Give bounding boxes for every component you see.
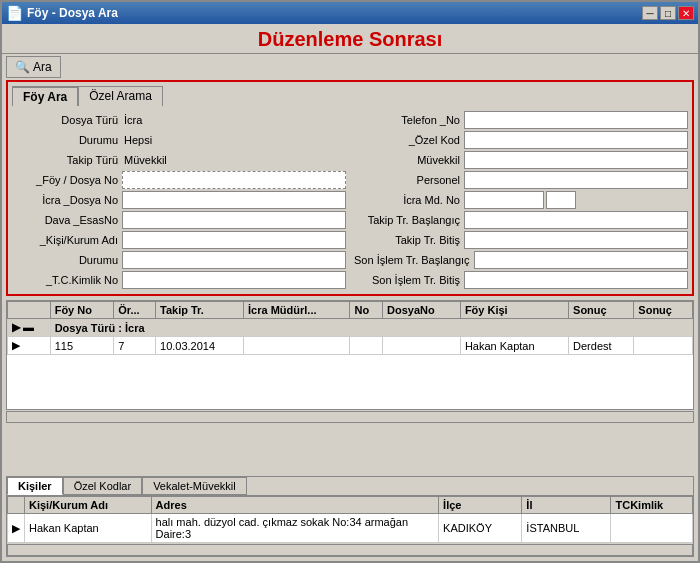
dava-esas-label: Dava _EsasNo bbox=[12, 214, 122, 226]
table-row[interactable]: ▶ 115 7 10.03.2014 Hakan Kaptan Derdest bbox=[8, 337, 693, 355]
takip-baslangic-input[interactable] bbox=[464, 211, 688, 229]
col-sonuc2[interactable]: Sonuç bbox=[634, 302, 693, 319]
tab-kisiler[interactable]: Kişiler bbox=[7, 477, 63, 495]
tc-kimlik-input[interactable] bbox=[122, 271, 346, 289]
row-expander[interactable]: ▶ ▬ bbox=[8, 319, 51, 337]
title-bar: 📄 Föy - Dosya Ara ─ □ ✕ bbox=[2, 2, 698, 24]
ozel-kod-row: _Özel Kod bbox=[354, 130, 688, 150]
col-dosya[interactable]: DosyaNo bbox=[383, 302, 461, 319]
col-sonuc1[interactable]: Sonuç bbox=[569, 302, 634, 319]
main-window: 📄 Föy - Dosya Ara ─ □ ✕ Düzenleme Sonras… bbox=[0, 0, 700, 563]
col-takip[interactable]: Takip Tr. bbox=[156, 302, 244, 319]
col-person-ilce[interactable]: İlçe bbox=[439, 497, 522, 514]
col-foy-no[interactable]: Föy No bbox=[50, 302, 114, 319]
col-kisi[interactable]: Föy Kişi bbox=[460, 302, 568, 319]
bottom-table-container[interactable]: Kişi/Kurum Adı Adres İlçe İl TCKimlik ▶ … bbox=[7, 495, 693, 543]
results-table-container[interactable]: Föy No Ör... Takip Tr. İcra Müdürl... No… bbox=[6, 300, 694, 410]
tab-vekalet-muvekkil[interactable]: Vekalet-Müvekkil bbox=[142, 477, 247, 495]
form-left: Dosya Türü İcra Durumu Hepsi Takip Türü … bbox=[12, 110, 346, 290]
dosya-turu-label: Dosya Türü bbox=[12, 114, 122, 126]
telefon-label: Telefon _No bbox=[354, 114, 464, 126]
col-person-il[interactable]: İl bbox=[522, 497, 611, 514]
form-grid: Dosya Türü İcra Durumu Hepsi Takip Türü … bbox=[12, 110, 688, 290]
bottom-panel: Kişiler Özel Kodlar Vekalet-Müvekkil Kiş… bbox=[6, 476, 694, 557]
header-banner: Düzenleme Sonrası bbox=[2, 24, 698, 53]
icra-md-row: İcra Md. No bbox=[354, 190, 688, 210]
list-item[interactable]: ▶ Hakan Kaptan halı mah. düzyol cad. çık… bbox=[8, 514, 693, 543]
icra-md-no-input[interactable] bbox=[546, 191, 576, 209]
person-il: İSTANBUL bbox=[522, 514, 611, 543]
form-right: Telefon _No _Özel Kod Müvekkil bbox=[354, 110, 688, 290]
kisi-kurum-label: _Kişi/Kurum Adı bbox=[12, 234, 122, 246]
col-person-tc[interactable]: TCKimlik bbox=[611, 497, 693, 514]
close-button[interactable]: ✕ bbox=[678, 6, 694, 20]
son-islem-bitis-input[interactable] bbox=[464, 271, 688, 289]
dosya-turu-row: Dosya Türü İcra bbox=[12, 110, 346, 130]
personel-input[interactable] bbox=[464, 171, 688, 189]
son-islem-baslangic-row: Son İşlem Tr. Başlangıç bbox=[354, 250, 688, 270]
takip-bitis-label: Takip Tr. Bitiş bbox=[354, 234, 464, 246]
muvekkil-input[interactable] bbox=[464, 151, 688, 169]
son-islem-baslangic-label: Son İşlem Tr. Başlangıç bbox=[354, 254, 474, 266]
dava-esas-row: Dava _EsasNo bbox=[12, 210, 346, 230]
toolbar: 🔍 Ara bbox=[2, 53, 698, 80]
takip-baslangic-row: Takip Tr. Başlangıç bbox=[354, 210, 688, 230]
telefon-row: Telefon _No bbox=[354, 110, 688, 130]
ozel-kod-input[interactable] bbox=[464, 131, 688, 149]
icra-md-input[interactable] bbox=[464, 191, 544, 209]
col-no[interactable]: No bbox=[350, 302, 383, 319]
tabs-row: Föy Ara Özel Arama bbox=[12, 86, 688, 106]
takip-baslangic-label: Takip Tr. Başlangıç bbox=[354, 214, 464, 226]
takip-turu-value: Müvekkil bbox=[122, 154, 167, 166]
search-button[interactable]: 🔍 Ara bbox=[6, 56, 61, 78]
cell-icra bbox=[244, 337, 350, 355]
cell-dosya bbox=[383, 337, 461, 355]
cell-takip: 10.03.2014 bbox=[156, 337, 244, 355]
minimize-button[interactable]: ─ bbox=[642, 6, 658, 20]
takip-turu-label: Takip Türü bbox=[12, 154, 122, 166]
son-islem-bitis-label: Son İşlem Tr. Bitiş bbox=[354, 274, 464, 286]
maximize-button[interactable]: □ bbox=[660, 6, 676, 20]
takip-bitis-input[interactable] bbox=[464, 231, 688, 249]
person-ilce: KADIKÖY bbox=[439, 514, 522, 543]
cell-kisi: Hakan Kaptan bbox=[460, 337, 568, 355]
col-person-name[interactable]: Kişi/Kurum Adı bbox=[25, 497, 152, 514]
horizontal-scrollbar-results[interactable] bbox=[6, 411, 694, 423]
horizontal-scrollbar-persons[interactable] bbox=[7, 544, 693, 556]
col-person-arrow bbox=[8, 497, 25, 514]
foy-dosya-no-row: _Föy / Dosya No bbox=[12, 170, 346, 190]
takip-turu-row: Takip Türü Müvekkil bbox=[12, 150, 346, 170]
personel-label: Personel bbox=[354, 174, 464, 186]
page-title: Düzenleme Sonrası bbox=[2, 28, 698, 51]
foy-dosya-no-input[interactable] bbox=[122, 171, 346, 189]
muvekkil-label: Müvekkil bbox=[354, 154, 464, 166]
kisi-kurum-input[interactable] bbox=[122, 231, 346, 249]
col-arrow bbox=[8, 302, 51, 319]
durumu-input[interactable] bbox=[122, 251, 346, 269]
tc-kimlik-label: _T.C.Kimlik No bbox=[12, 274, 122, 286]
window-icon: 📄 bbox=[6, 5, 23, 21]
col-person-adres[interactable]: Adres bbox=[151, 497, 439, 514]
col-icra[interactable]: İcra Müdürl... bbox=[244, 302, 350, 319]
title-bar-left: 📄 Föy - Dosya Ara bbox=[6, 5, 118, 21]
durumu-label: Durumu bbox=[12, 134, 122, 146]
icra-dosya-no-input[interactable] bbox=[122, 191, 346, 209]
telefon-input[interactable] bbox=[464, 111, 688, 129]
dosya-turu-value: İcra bbox=[122, 114, 142, 126]
person-arrow: ▶ bbox=[8, 514, 25, 543]
tab-foy-ara[interactable]: Föy Ara bbox=[12, 86, 78, 106]
search-panel: Föy Ara Özel Arama Dosya Türü İcra Durum bbox=[6, 80, 694, 296]
bottom-tabs: Kişiler Özel Kodlar Vekalet-Müvekkil bbox=[7, 477, 693, 495]
tab-ozel-arama[interactable]: Özel Arama bbox=[78, 86, 163, 106]
title-buttons: ─ □ ✕ bbox=[642, 6, 694, 20]
dava-esas-input[interactable] bbox=[122, 211, 346, 229]
ozel-kod-label: _Özel Kod bbox=[354, 134, 464, 146]
window-title: Föy - Dosya Ara bbox=[27, 6, 118, 20]
son-islem-baslangic-input[interactable] bbox=[474, 251, 688, 269]
tab-ozel-kodlar[interactable]: Özel Kodlar bbox=[63, 477, 142, 495]
search-icon: 🔍 bbox=[15, 60, 30, 74]
durumu-value: Hepsi bbox=[122, 134, 152, 146]
cell-sonuc1: Derdest bbox=[569, 337, 634, 355]
col-or[interactable]: Ör... bbox=[114, 302, 156, 319]
icra-dosya-no-row: İcra _Dosya No bbox=[12, 190, 346, 210]
